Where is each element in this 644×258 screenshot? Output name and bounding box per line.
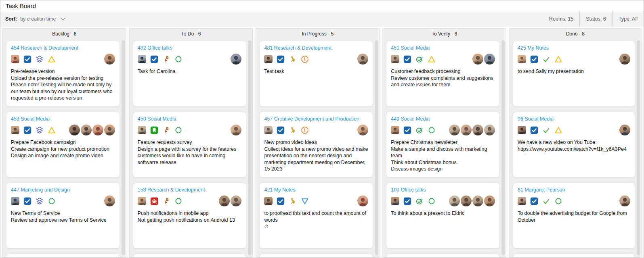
room-avatar[interactable] (518, 126, 526, 134)
assignee-avatar[interactable] (619, 196, 630, 206)
assignee-avatar[interactable] (619, 54, 630, 64)
assignee-avatar[interactable] (449, 196, 460, 206)
assignee-avatar[interactable] (92, 125, 103, 135)
task-card[interactable]: 100 Office talks To think about a presen… (386, 183, 500, 249)
task-card[interactable]: 158 Research & Development Push notifica… (133, 183, 247, 249)
assignee-avatar[interactable] (231, 125, 241, 135)
assignee-avatar[interactable] (484, 125, 495, 135)
task-card[interactable]: 482 Office talks Task for Carolina (133, 41, 247, 107)
assignee-avatar[interactable] (461, 125, 472, 135)
assignee-avatar-group (104, 54, 115, 64)
card-title-link[interactable]: 449 Social Media (391, 116, 495, 122)
assignee-avatar[interactable] (484, 196, 495, 206)
room-avatar[interactable] (138, 55, 146, 63)
room-avatar[interactable] (138, 197, 146, 205)
card-icon-row (138, 54, 242, 64)
room-avatar[interactable] (391, 55, 399, 63)
filter-status[interactable]: Status: 6 (579, 11, 612, 27)
assignee-avatar[interactable] (69, 125, 80, 135)
card-title-link[interactable]: 453 Social Media (11, 116, 115, 122)
room-avatar[interactable] (391, 197, 399, 205)
task-card-partial[interactable] (386, 254, 500, 257)
task-card[interactable]: 96 Social Media We have a new video on Y… (513, 112, 635, 178)
task-card[interactable]: 450 Social Media Feature requests survey… (133, 112, 247, 178)
card-title-link[interactable]: 451 Social Media (391, 45, 495, 51)
task-card-partial[interactable] (259, 254, 373, 257)
card-body-text: To double the advertising budget for Goo… (518, 210, 630, 223)
task-card[interactable]: 451 Social Media Customer feedback proce… (386, 41, 500, 107)
checkbox-icon (23, 197, 31, 205)
assignee-avatar[interactable] (104, 196, 115, 206)
card-body-line: Create campaign for new product promotio… (11, 146, 115, 153)
task-card[interactable]: 481 Research & Development Test task (259, 41, 373, 107)
column-scrollbar[interactable] (375, 40, 378, 255)
task-card[interactable]: 457 Creative Development and Production … (259, 112, 373, 178)
assignee-avatar[interactable] (81, 125, 92, 135)
room-avatar[interactable] (264, 197, 273, 205)
card-title-link[interactable]: 421 My Notes (264, 187, 368, 193)
assignee-avatar[interactable] (104, 125, 115, 135)
task-card-partial[interactable] (133, 254, 247, 257)
card-title-link[interactable]: 81 Margaret Pearson (518, 187, 630, 193)
filter-type[interactable]: Type: All (612, 11, 644, 27)
room-avatar[interactable] (11, 55, 19, 63)
room-avatar[interactable] (138, 126, 146, 134)
assignee-avatar-group (357, 196, 368, 206)
check-icon (542, 55, 550, 63)
card-title-link[interactable]: 100 Office talks (391, 187, 495, 193)
card-title-link[interactable]: 447 Marketing and Design (11, 187, 115, 193)
task-card[interactable]: 447 Marketing and Design New Terms of Se… (6, 183, 120, 249)
column-scrollbar[interactable] (248, 40, 252, 255)
column-scrollbar[interactable] (122, 40, 125, 255)
triangle-warning-icon (554, 126, 562, 134)
assignee-avatar[interactable] (357, 125, 368, 135)
room-avatar[interactable] (518, 197, 526, 205)
column-card-list: 425 My Notes to send Sally my presentati… (510, 39, 641, 257)
card-title-link[interactable]: 482 Office talks (138, 45, 242, 51)
card-title-link[interactable]: 457 Creative Development and Production (264, 116, 368, 122)
card-title-link[interactable]: 158 Research & Development (138, 187, 242, 193)
card-title-link[interactable]: 425 My Notes (518, 45, 630, 51)
room-avatar[interactable] (518, 55, 526, 63)
assignee-avatar[interactable] (231, 54, 241, 64)
room-avatar[interactable] (264, 55, 273, 63)
room-avatar[interactable] (11, 197, 19, 205)
column-scrollbar[interactable] (501, 40, 505, 255)
assignee-avatar[interactable] (484, 54, 495, 64)
room-avatar[interactable] (264, 126, 273, 134)
filter-rooms[interactable]: Rooms: 15 (543, 11, 579, 27)
card-title-link[interactable]: 450 Social Media (138, 116, 242, 122)
assignee-avatar[interactable] (104, 54, 115, 64)
assignee-avatar[interactable] (461, 196, 472, 206)
assignee-avatar[interactable] (357, 54, 368, 64)
card-icons (138, 55, 183, 63)
task-card[interactable]: 421 My Notes to proofread this text and … (259, 183, 373, 249)
room-avatar[interactable] (11, 126, 19, 134)
card-title-link[interactable]: 454 Research & Development (11, 45, 115, 51)
task-card[interactable]: 454 Research & Development Pre-release v… (6, 41, 120, 107)
assignee-avatar[interactable] (619, 125, 630, 135)
card-body-line: Pre-release version (11, 68, 115, 75)
card-title-link[interactable]: 481 Research & Development (264, 45, 368, 51)
column-scrollbar[interactable] (637, 40, 640, 255)
task-card-partial[interactable] (513, 254, 635, 257)
card-title-link[interactable]: 96 Social Media (518, 116, 630, 122)
sort-control[interactable]: Sort: by creation time (0, 15, 67, 23)
assignee-avatar[interactable] (472, 125, 483, 135)
assignee-avatar[interactable] (472, 54, 483, 64)
assignee-avatar[interactable] (231, 196, 241, 206)
triangle-warning-icon (48, 126, 56, 134)
room-avatar[interactable] (391, 126, 399, 134)
bug-icon (150, 197, 158, 205)
card-icons (264, 126, 309, 134)
task-card[interactable]: 81 Margaret Pearson To double the advert… (513, 183, 635, 249)
assignee-avatar[interactable] (357, 196, 368, 206)
assignee-avatar[interactable] (449, 125, 460, 135)
assignee-avatar-group (619, 125, 630, 135)
task-card[interactable]: 425 My Notes to send Sally my presentati… (513, 41, 635, 107)
assignee-avatar[interactable] (472, 196, 483, 206)
task-card[interactable]: 449 Social Media Prepare Christmas newsl… (386, 112, 500, 178)
task-card-partial[interactable] (6, 254, 120, 257)
assignee-avatar[interactable] (219, 196, 230, 206)
task-card[interactable]: 453 Social Media Prepare Facebook campai… (6, 112, 120, 178)
